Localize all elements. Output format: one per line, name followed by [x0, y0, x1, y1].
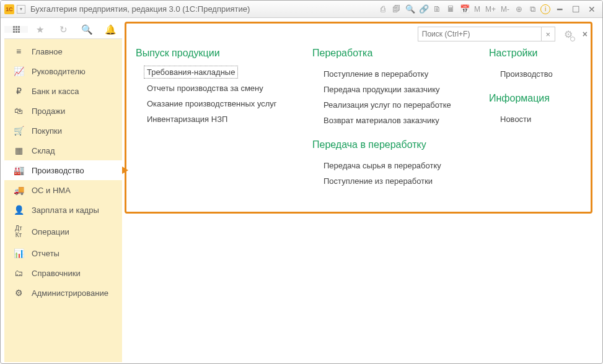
section-product-output[interactable]: Выпуск продукции	[136, 48, 294, 59]
link-production-services[interactable]: Оказание производственных услуг	[136, 96, 294, 111]
zoom-in-icon[interactable]: ⊕	[513, 4, 524, 15]
debit-credit-icon: ДтКт	[13, 225, 24, 238]
bag-icon: 🛍	[13, 106, 24, 116]
cart-icon: 🛒	[13, 126, 24, 136]
link-news[interactable]: Новости	[489, 111, 576, 127]
nav-label: Руководителю	[32, 67, 86, 76]
nav-label: ОС и НМА	[32, 186, 71, 195]
nav-label: Покупки	[32, 126, 62, 136]
section-processing[interactable]: Переработка	[312, 48, 470, 59]
grid-icon	[13, 26, 20, 33]
nav-label: Производство	[32, 166, 84, 175]
sidebar: ★ ↻ 🔍 🔔 ≡Главное 📈Руководителю ₽Банк и к…	[4, 20, 122, 362]
calendar-icon[interactable]: 📅	[459, 4, 470, 15]
link-icon[interactable]: 🔗	[418, 4, 429, 15]
maximize-button[interactable]: ☐	[569, 4, 583, 14]
nav-label: Продажи	[32, 106, 65, 116]
mem-mplus-button[interactable]: M+	[484, 5, 497, 14]
link-wip-inventory[interactable]: Инвентаризация НЗП	[136, 111, 294, 127]
nav-item-main[interactable]: ≡Главное	[4, 41, 122, 61]
link-transfer-raw[interactable]: Передача сырья в переработку	[312, 158, 470, 173]
link-production-settings[interactable]: Производство	[489, 66, 576, 82]
section-transfer-processing[interactable]: Передача в переработку	[312, 139, 470, 150]
tabs-icon[interactable]: ⧉	[527, 4, 538, 15]
truck-icon: 🚚	[13, 185, 24, 195]
bars-icon: 📊	[13, 248, 24, 258]
help-icon[interactable]: i	[540, 4, 550, 14]
nav-label: Администрирование	[32, 288, 108, 298]
search-icon[interactable]: 🔍	[405, 4, 416, 15]
nav-item-reports[interactable]: 📊Отчеты	[4, 243, 122, 263]
history-tab[interactable]: ↻	[51, 24, 75, 35]
titlebar: 1C ▾ Бухгалтерия предприятия, редакция 3…	[1, 1, 602, 18]
sidebar-tabs: ★ ↻ 🔍 🔔	[4, 20, 122, 39]
window-title: Бухгалтерия предприятия, редакция 3.0 (1…	[30, 4, 250, 14]
nav-item-directories[interactable]: 🗂Справочники	[4, 263, 122, 283]
notifications-tab[interactable]: 🔔	[99, 24, 122, 35]
app-logo-icon: 1C	[4, 4, 14, 14]
nav-label: Банк и касса	[32, 87, 79, 96]
nav-label: Отчеты	[32, 249, 59, 258]
nav-label: Справочники	[32, 269, 81, 278]
chart-up-icon: 📈	[13, 66, 24, 76]
settings-gear-icon[interactable]: ⚙	[564, 28, 573, 40]
calculator-icon[interactable]: 🖩	[446, 4, 457, 15]
mem-mminus-button[interactable]: M-	[500, 5, 511, 14]
content-toolbar: × ⚙ ×	[130, 23, 599, 48]
nav-item-bank[interactable]: ₽Банк и касса	[4, 81, 122, 101]
nav-label: Главное	[32, 47, 63, 56]
folder-icon: 🗂	[13, 268, 24, 278]
sections-tab[interactable]	[4, 26, 28, 33]
mem-m-button[interactable]: M	[473, 5, 482, 14]
search-tab[interactable]: 🔍	[75, 24, 99, 35]
boxes-icon: ▦	[13, 145, 24, 155]
nav-label: Склад	[32, 146, 55, 155]
search-input[interactable]	[418, 27, 542, 41]
nav-item-operations[interactable]: ДтКтОперации	[4, 220, 122, 243]
nav-item-admin[interactable]: ⚙Администрирование	[4, 283, 122, 303]
list-icon: ≡	[13, 46, 24, 56]
clear-search-button[interactable]: ×	[542, 27, 555, 41]
ruble-icon: ₽	[13, 86, 24, 96]
nav-item-production[interactable]: 🏭Производство	[4, 160, 122, 180]
print-preview-icon[interactable]: 🗐	[391, 4, 402, 15]
factory-icon: 🏭	[13, 165, 24, 175]
nav-label: Операции	[32, 227, 69, 236]
link-transfer-customer[interactable]: Передача продукции заказчику	[312, 82, 470, 97]
nav-label: Зарплата и кадры	[32, 206, 99, 215]
content-panel: × ⚙ × Выпуск продукции Требования-наклад…	[122, 20, 599, 362]
close-window-button[interactable]: ✕	[585, 4, 599, 14]
close-panel-button[interactable]: ×	[583, 29, 588, 39]
nav-item-sales[interactable]: 🛍Продажи	[4, 101, 122, 121]
minimize-button[interactable]: ━	[553, 4, 566, 14]
compare-icon[interactable]: 🗎	[432, 4, 443, 15]
gear-icon: ⚙	[13, 288, 24, 298]
section-information[interactable]: Информация	[489, 93, 576, 104]
link-processing-services[interactable]: Реализация услуг по переработке	[312, 97, 470, 113]
person-icon: 👤	[13, 205, 24, 215]
app-menu-dropdown[interactable]: ▾	[17, 5, 25, 14]
nav-item-salary[interactable]: 👤Зарплата и кадры	[4, 200, 122, 220]
section-settings[interactable]: Настройки	[489, 48, 576, 59]
nav-item-assets[interactable]: 🚚ОС и НМА	[4, 180, 122, 200]
print-icon[interactable]: ⎙	[377, 4, 389, 15]
link-receipt-from-processing[interactable]: Поступление из переработки	[312, 173, 470, 189]
nav-item-manager[interactable]: 📈Руководителю	[4, 61, 122, 81]
nav-item-purchases[interactable]: 🛒Покупки	[4, 121, 122, 141]
favorites-tab[interactable]: ★	[28, 24, 51, 35]
nav-item-warehouse[interactable]: ▦Склад	[4, 141, 122, 160]
link-requirements[interactable]: Требования-накладные	[144, 66, 237, 78]
link-production-reports[interactable]: Отчеты производства за смену	[136, 80, 294, 96]
nav: ≡Главное 📈Руководителю ₽Банк и касса 🛍Пр…	[4, 39, 122, 362]
link-return-materials[interactable]: Возврат материалов заказчику	[312, 113, 470, 128]
link-receipt-processing[interactable]: Поступление в переработку	[312, 66, 470, 82]
